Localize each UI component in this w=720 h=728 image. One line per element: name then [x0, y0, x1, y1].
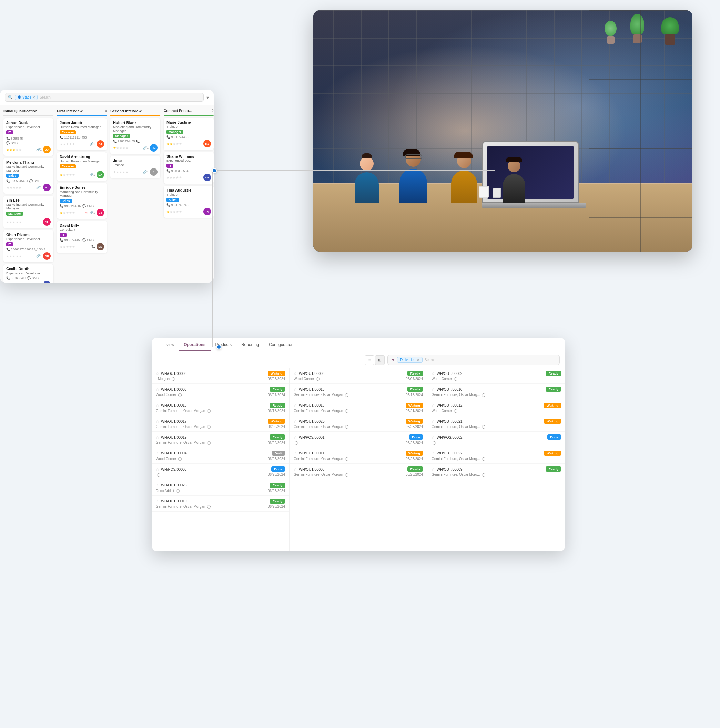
card-joren[interactable]: Joren Jacob Human Resources Manager Rese… — [57, 118, 107, 150]
list-item[interactable]: ☆ WH/POS/00002 Done — [427, 432, 565, 448]
card-role: Human Resources Manager — [60, 159, 104, 163]
dropdown-arrow-icon[interactable]: ▾ — [207, 95, 209, 100]
item-sub: Deco Addict 06/25/2024 — [156, 489, 285, 493]
card-johan-duck[interactable]: Johan Duck Experienced Developer IT 📞 89… — [3, 118, 54, 156]
card-name: Ohen Rizome — [6, 232, 51, 237]
connector-dot-2 — [216, 344, 221, 349]
item-sub: Wood Corner 06/07/2024 — [156, 393, 285, 396]
item-top: ☆ WH/OUT/00025 Ready — [156, 483, 285, 488]
list-item[interactable]: ☆ WH/OUT/00009 Ready Gemini Furniture, O… — [427, 464, 565, 480]
list-item[interactable]: ☆ WH/OUT/00019 Ready Gemini Furniture, O… — [152, 432, 289, 448]
avatar: JD — [43, 146, 51, 153]
card-hubert[interactable]: Hubert Blank Marketing and Community Man… — [110, 118, 160, 154]
inventory-search[interactable]: ▼ Deliveries ✕ Search... — [388, 355, 560, 365]
star-icon[interactable]: ☆ — [294, 372, 297, 376]
star-icon[interactable]: ☆ — [156, 483, 159, 487]
item-top: ☆ WH/OUT/00021 Waiting — [432, 419, 561, 424]
partner-name: Gemini Furniture, Oscar Morg... — [432, 393, 485, 396]
filter-person-icon: 👤 — [17, 95, 21, 99]
item-top: ☆ WH/OUT/00009 Ready — [432, 466, 561, 472]
card-cecile[interactable]: Cecile Donth Experienced Developer 📞 987… — [3, 264, 54, 283]
card-enrique[interactable]: Enrique Jones Marketing and Community Ma… — [57, 183, 107, 219]
card-role: Marketing and Community Manager — [60, 190, 104, 197]
nav-item-view[interactable]: ...view — [159, 339, 179, 351]
list-item[interactable]: ☆ WH/OUT/00015 Ready Gemini Furniture, O… — [152, 400, 289, 416]
list-item[interactable]: ☆ WH/OUT/00010 Ready Gemini Furniture, O… — [152, 496, 289, 512]
list-item[interactable]: ☆ WH/POS/00001 Done 06/25/2024 — [290, 432, 427, 448]
list-item[interactable]: ☆ WH/OUT/00022 Waiting Gemini Furniture,… — [427, 448, 565, 464]
item-ref: ☆ WH/OUT/00015 — [294, 387, 325, 392]
item-sub: Wood Corner 06/07/2024 — [294, 377, 423, 381]
item-date: 06/23/2024 — [406, 425, 423, 428]
col-title-first: First Interview — [57, 109, 83, 113]
list-item[interactable]: ☆ WH/OUT/00006 Waiting r Morgan 05/25/20… — [152, 368, 289, 384]
star-icon[interactable]: ☆ — [156, 451, 159, 455]
search-placeholder: Search... — [40, 95, 54, 99]
card-david-arm[interactable]: David Armstrong Human Resources Manager … — [57, 152, 107, 181]
avatar: MJ — [203, 140, 211, 147]
list-item[interactable]: ☆ WH/OUT/00020 Waiting Gemini Furniture,… — [290, 416, 427, 432]
list-item[interactable]: ☆ WH/OUT/00004 Draft Wood Corner 06/25/2… — [152, 448, 289, 464]
star-icon[interactable]: ☆ — [294, 387, 297, 392]
item-ref: ☆ WH/OUT/00020 — [294, 419, 325, 424]
list-item[interactable]: ☆ WH/OUT/00018 Waiting Gemini Furniture,… — [290, 400, 427, 416]
star-icon[interactable]: ☆ — [156, 435, 159, 439]
list-item[interactable]: ☆ WH/POS/00003 Done 06/25/2024 — [152, 464, 289, 480]
deliveries-filter-tag[interactable]: Deliveries ✕ — [397, 357, 423, 363]
star-icon[interactable]: ☆ — [156, 387, 159, 392]
star-icon[interactable]: ☆ — [432, 451, 435, 455]
list-view-btn[interactable]: ≡ — [365, 355, 374, 365]
close-tag-icon[interactable]: ✕ — [32, 95, 35, 99]
card-marie[interactable]: Marie Justine Trainee Manager 📞 99887744… — [164, 118, 214, 150]
nav-item-operations[interactable]: Operations — [179, 339, 210, 351]
partner-name: Gemini Furniture, Oscar Morgan — [156, 425, 211, 428]
card-shane[interactable]: Shane Williams Experienced Dev... IT 📞 9… — [164, 152, 214, 184]
list-item[interactable]: ☆ WH/OUT/00021 Waiting Gemini Furniture,… — [427, 416, 565, 432]
card-david-billy[interactable]: David Billy Consultant IT 📞 9988774455 💬… — [57, 221, 107, 253]
cup2 — [493, 188, 501, 198]
ref-text: WH/OUT/00015 — [161, 403, 187, 407]
list-item[interactable]: ☆ WH/OUT/00025 Ready Deco Addict 06/25/2… — [152, 480, 289, 496]
list-item[interactable]: ☆ WH/OUT/00008 Ready Gemini Furniture, O… — [290, 464, 427, 480]
clock-icon — [207, 409, 211, 413]
star-icon[interactable]: ☆ — [432, 387, 435, 392]
star-icon[interactable]: ☆ — [294, 451, 297, 455]
list-item[interactable]: ☆ WH/OUT/00017 Waiting Gemini Furniture,… — [152, 416, 289, 432]
star-icon[interactable]: ☆ — [294, 403, 297, 407]
person-1 — [355, 172, 379, 203]
star-icon[interactable]: ☆ — [432, 467, 435, 471]
card-yin-lee[interactable]: Yin Lee Marketing and Community Manager … — [3, 196, 54, 228]
star-icon[interactable]: ☆ — [156, 372, 159, 376]
card-meldona[interactable]: Meldona Thang Marketing and Community Ma… — [3, 158, 54, 194]
star-icon[interactable]: ☆ — [156, 419, 159, 424]
item-ref: ☆ WH/OUT/00021 — [432, 419, 463, 424]
star-icon[interactable]: ☆ — [432, 403, 435, 407]
grid-view-btn[interactable]: ⊞ — [375, 355, 385, 365]
kanban-search[interactable]: 🔍 👤 Stage ✕ Search... — [5, 93, 204, 102]
ref-text: WH/OUT/00018 — [299, 403, 325, 407]
list-item[interactable]: ☆ WH/OUT/00012 Waiting Wood Corner — [427, 400, 565, 416]
star-icon[interactable]: ☆ — [294, 467, 297, 471]
star-icon[interactable]: ☆ — [294, 435, 297, 439]
list-item[interactable]: ☆ WH/OUT/00006 Ready Wood Corner 06/07/2… — [290, 368, 427, 384]
list-item[interactable]: ☆ WH/OUT/00006 Ready Wood Corner 06/07/2… — [152, 384, 289, 400]
list-item[interactable]: ☆ WH/OUT/00016 Ready Gemini Furniture, O… — [427, 384, 565, 400]
item-sub: Gemini Furniture, Oscar Morg... — [432, 425, 561, 428]
star-icon[interactable]: ☆ — [432, 435, 435, 439]
item-sub: Gemini Furniture, Oscar Morgan 06/18/202… — [156, 409, 285, 413]
close-filter-icon[interactable]: ✕ — [417, 358, 420, 362]
list-item[interactable]: ☆ WH/OUT/00011 Waiting Gemini Furniture,… — [290, 448, 427, 464]
list-item[interactable]: ☆ WH/OUT/00015 Ready Gemini Furniture, O… — [290, 384, 427, 400]
star-icon[interactable]: ☆ — [432, 419, 435, 424]
star-icon[interactable]: ☆ — [156, 499, 159, 503]
card-jose[interactable]: Jose Trainee ★★★★★ 🔗1 J — [110, 156, 160, 178]
item-top: ☆ WH/OUT/00006 Ready — [156, 387, 285, 392]
star-icon[interactable]: ☆ — [156, 403, 159, 407]
star-icon[interactable]: ☆ — [294, 419, 297, 424]
card-tina[interactable]: Tina Augustie Trainee Sales 📞 9398745745… — [164, 186, 214, 218]
star-icon[interactable]: ☆ — [156, 467, 159, 471]
list-item[interactable]: ☆ WH/OUT/00002 Ready Wood Corner — [427, 368, 565, 384]
star-icon[interactable]: ☆ — [432, 372, 435, 376]
card-ohen[interactable]: Ohen Rizome Experienced Developer IT 📞 6… — [3, 230, 54, 262]
stage-filter-tag[interactable]: 👤 Stage ✕ — [15, 95, 38, 100]
